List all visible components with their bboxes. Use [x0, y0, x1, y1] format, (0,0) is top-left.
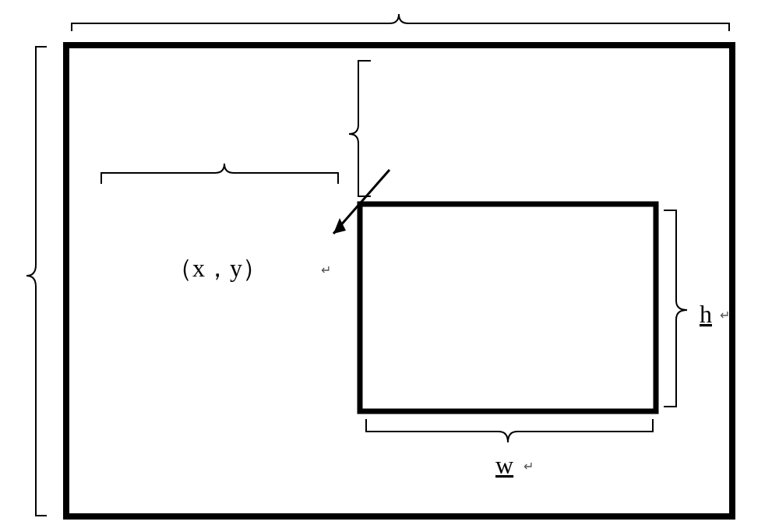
outer-rect: [66, 45, 732, 516]
diagram-canvas: （x，y） ↵ h ↵ w ↵: [0, 0, 779, 532]
inner-rect: [360, 204, 656, 411]
return-mark-h: ↵: [720, 308, 730, 322]
brace-top-outer: [72, 14, 729, 31]
return-mark-xy: ↵: [321, 263, 331, 277]
label-h: h: [700, 300, 712, 328]
brace-x-offset: [101, 164, 338, 184]
brace-left-outer: [26, 47, 47, 516]
label-w: w: [495, 451, 513, 479]
brace-h: [664, 210, 687, 407]
return-mark-w: ↵: [523, 460, 534, 473]
brace-w: [366, 419, 653, 442]
brace-y-offset: [349, 61, 371, 196]
label-xy: （x，y）: [167, 254, 267, 282]
